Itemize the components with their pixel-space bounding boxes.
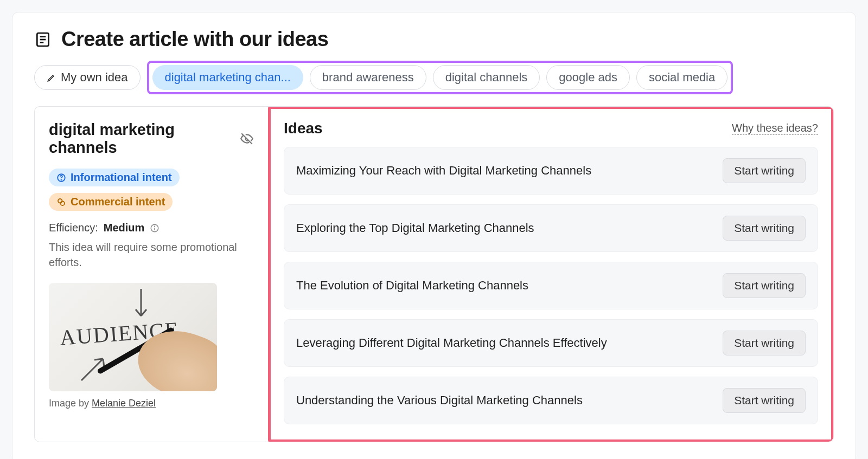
document-icon	[34, 31, 52, 48]
chip-label: google ads	[559, 70, 617, 85]
suggested-topics-highlight: digital marketing chan... brand awarenes…	[147, 61, 733, 94]
idea-row: The Evolution of Digital Marketing Chann…	[284, 262, 818, 309]
idea-row: Maximizing Your Reach with Digital Marke…	[284, 147, 818, 195]
ideas-heading: Ideas	[284, 120, 323, 137]
image-credit-link[interactable]: Melanie Deziel	[92, 398, 156, 409]
idea-title: Maximizing Your Reach with Digital Marke…	[296, 164, 591, 178]
header: Create article with our ideas	[34, 28, 834, 51]
start-writing-button[interactable]: Start writing	[723, 273, 806, 298]
svg-point-7	[61, 201, 65, 205]
efficiency-description: This idea will require some promotional …	[49, 240, 244, 270]
eye-off-icon[interactable]	[240, 132, 254, 146]
topic-chip-digital-channels[interactable]: digital channels	[433, 65, 540, 90]
idea-title: Exploring the Top Digital Marketing Chan…	[296, 221, 534, 235]
page-title: Create article with our ideas	[61, 28, 328, 51]
efficiency-label: Efficiency:	[49, 222, 98, 234]
topic-chip-google-ads[interactable]: google ads	[546, 65, 630, 90]
efficiency-row: Efficiency: Medium	[49, 222, 254, 234]
intent-label: Informational intent	[71, 171, 172, 184]
intent-badge-commercial: Commercial intent	[49, 193, 173, 211]
chip-label: brand awareness	[322, 70, 414, 85]
idea-row: Exploring the Top Digital Marketing Chan…	[284, 204, 818, 252]
ideas-panel: Ideas Why these ideas? Maximizing Your R…	[268, 106, 834, 442]
topic-chip-digital-marketing-channels[interactable]: digital marketing chan...	[152, 65, 303, 90]
idea-row: Understanding the Various Digital Market…	[284, 377, 818, 424]
idea-title: The Evolution of Digital Marketing Chann…	[296, 279, 528, 293]
chip-label: digital marketing chan...	[165, 70, 291, 85]
start-writing-button[interactable]: Start writing	[723, 331, 806, 355]
why-these-ideas-link[interactable]: Why these ideas?	[732, 122, 818, 135]
commercial-icon	[56, 197, 66, 207]
chip-label: digital channels	[445, 70, 528, 85]
svg-point-10	[155, 226, 155, 227]
pencil-icon	[47, 73, 56, 82]
my-own-idea-label: My own idea	[61, 70, 128, 85]
idea-title: Understanding the Various Digital Market…	[296, 393, 583, 408]
intent-badge-informational: Informational intent	[49, 169, 180, 186]
content-panel: digital marketing channels Informatio	[34, 106, 834, 442]
idea-title: Leveraging Different Digital Marketing C…	[296, 336, 607, 350]
topic-chip-brand-awareness[interactable]: brand awareness	[310, 65, 426, 90]
topic-title: digital marketing channels	[49, 121, 232, 157]
efficiency-value: Medium	[104, 222, 145, 234]
chip-label: social media	[649, 70, 715, 85]
intent-label: Commercial intent	[71, 196, 165, 208]
info-icon[interactable]	[150, 223, 159, 233]
svg-point-5	[61, 179, 62, 180]
idea-row: Leveraging Different Digital Marketing C…	[284, 319, 818, 367]
my-own-idea-chip[interactable]: My own idea	[34, 65, 141, 90]
image-credit: Image by Melanie Deziel	[49, 398, 254, 409]
svg-point-6	[58, 199, 62, 203]
topic-thumbnail: AUDIENCE	[49, 283, 217, 391]
help-circle-icon	[56, 173, 66, 183]
topic-chip-row: My own idea digital marketing chan... br…	[34, 61, 834, 94]
start-writing-button[interactable]: Start writing	[723, 216, 806, 241]
topic-details: digital marketing channels Informatio	[35, 107, 268, 442]
article-ideas-card: Create article with our ideas My own ide…	[12, 12, 856, 459]
start-writing-button[interactable]: Start writing	[723, 158, 806, 183]
start-writing-button[interactable]: Start writing	[723, 388, 806, 413]
topic-chip-social-media[interactable]: social media	[636, 65, 727, 90]
credit-prefix: Image by	[49, 398, 92, 409]
